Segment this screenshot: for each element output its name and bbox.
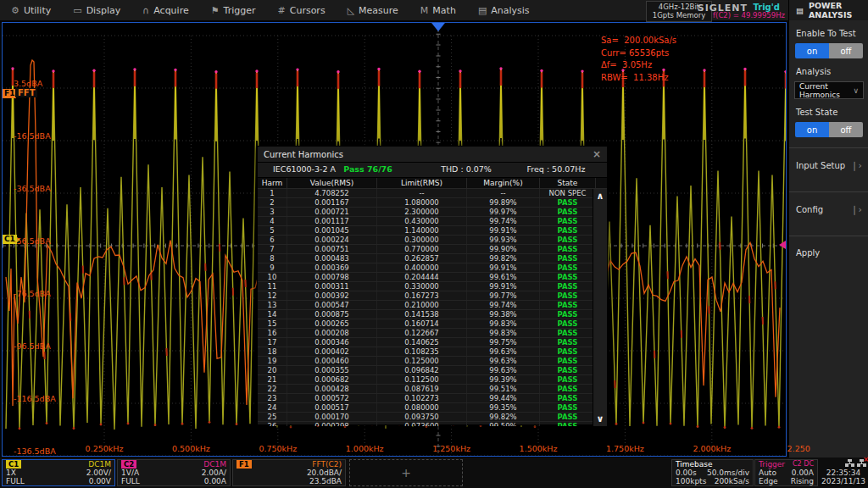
plus-icon: + [401,466,411,480]
harmonic-row: 50.0010451.14000099.91%PASS [258,226,607,236]
menu-item-measure[interactable]: ◺Measure [337,0,409,20]
channel-c1-box[interactable]: C1DC1M 1X2.00V/ FULL0.00V [2,459,115,486]
c1-coupling: DC1M [88,460,111,469]
chevron-down-icon: ∨ [853,86,859,95]
enable-on-button[interactable]: on [795,43,829,58]
dialog-title-bar[interactable]: Current Harmonics × [258,147,607,163]
f1-position-marker[interactable]: F1 [3,89,16,98]
scroll-down-icon[interactable]: ∨ [593,413,607,424]
cursors-icon: # [278,5,286,16]
x-axis-tick-label: 1.250kHz [432,444,470,453]
c1-scale: 2.00V/ [86,469,111,477]
timebase-delay: 0.00s [676,469,697,477]
divider [789,236,868,236]
analysis-label: Analysis [796,67,868,76]
close-icon[interactable]: × [593,148,601,160]
trigger-level-marker[interactable] [779,241,786,249]
panel-title: POWER ANALYSIS [809,1,868,19]
current-harmonics-dialog: Current Harmonics × IEC61000-3-2 A Pass … [257,146,608,425]
harmonic-row: 230.0005720.10227399.44%PASS [258,394,607,403]
menu-item-acquire[interactable]: ∩Acquire [131,0,200,20]
harmonic-row: 120.0003920.16727399.77%PASS [258,291,607,301]
trigger-level: 0.00A [792,469,814,477]
harmonic-row: 240.0005170.08000099.35%PASS [258,403,607,413]
y-axis-tick-label: -96.5dBA [14,341,51,351]
input-setup-item[interactable]: Input Setup ❘› [796,160,862,171]
pass-summary: Pass 76/76 [326,164,410,174]
menu-item-label: Measure [359,5,398,16]
trigger-position-marker[interactable] [431,23,445,31]
config-label: Config [796,205,823,214]
timebase-title: Timebase [676,460,712,469]
c2-coupling: DC1M [203,460,226,469]
test-state-toggle[interactable]: on off [795,122,863,137]
scroll-up-icon[interactable]: ∧ [593,191,607,202]
analysis-dropdown[interactable]: Current Harmonics ∨ [794,81,864,99]
test-state-label: Test State [796,108,868,117]
config-item[interactable]: Config ❘› [796,204,862,215]
panel-header: ▤ POWER ANALYSIS [789,0,868,20]
apply-label: Apply [796,248,820,258]
c1-bandwidth: FULL [6,477,25,485]
harmonic-row: 70.0007510.77000099.90%PASS [258,245,607,254]
harmonic-row: 14.708252----NON SPEC [258,189,607,198]
sample-rate: 200kSa/s [715,477,749,485]
menu-item-label: Math [432,5,456,16]
menu-item-trigger[interactable]: ⚑Trigger [200,0,267,20]
test-state-on-button[interactable]: on [795,122,829,137]
f1-offset: 23.5dBA [309,477,342,485]
lan-error-icon: × [857,459,866,467]
harmonic-row: 210.0006820.11250099.39%PASS [258,375,607,385]
c1-badge: C1 [6,460,21,469]
harmonic-row: 160.0002080.12266799.83%PASS [258,329,607,338]
enable-to-test-label: Enable To Test [796,29,868,38]
c1-offset: 0.00V [89,477,111,485]
menu-item-math[interactable]: MMath [409,0,467,20]
timebase-box[interactable]: Timebase 0.00s50.0ms/div 100kpts200kSa/s [671,459,754,486]
timebase-points: 100kpts [676,477,706,485]
clock-box: × 22:35:34 2023/11/13 [819,459,868,485]
display-icon: ▭ [73,5,81,16]
math-f1-box[interactable]: F1FFT(C2) 20.0dBA/ 23.5dBA [232,459,346,486]
menu-item-label: Cursors [290,5,326,16]
trigger-mode: Auto [759,469,776,477]
x-axis-tick-label: 2.250 [787,444,810,453]
menu-item-display[interactable]: ▭Display [62,0,131,20]
harmonic-row: 170.0003460.14062599.75%PASS [258,338,607,347]
y-axis-tick-label: 3.5dBA [14,79,42,88]
table-header-row: Harm Value(RMS) Limit(RMS) Margin(%) Sta… [258,178,607,189]
add-channel-button[interactable]: + [349,459,463,486]
channel-c2-box[interactable]: C2DC1M 1V/A2.00A/ FULL0.00A [117,459,231,486]
f1-badge: F1 [236,460,252,469]
acquisition-info: Sa= 200.00kSa/s Curr= 65536pts Δf= 3.05H… [601,35,676,84]
harmonic-row: 190.0004600.12500099.63%PASS [258,357,607,366]
f1-source: FFT(C2) [312,460,342,469]
flag-icon: ⚑ [211,5,220,16]
c1-probe: 1X [6,469,16,477]
menu-item-analysis[interactable]: ▤Analysis [467,0,541,20]
y-axis-tick-label: -76.5dBA [14,289,51,298]
enable-to-test-toggle[interactable]: on off [795,43,863,58]
harmonic-row: 140.0008750.14153899.38%PASS [258,310,607,319]
apply-item[interactable]: Apply [796,248,862,258]
harmonic-row: 80.0004830.26285799.82%PASS [258,254,607,263]
y-axis-tick-label: -116.5dBA [14,394,56,403]
test-state-off-button[interactable]: off [829,122,863,137]
menu-item-utility[interactable]: ⚙Utility [0,0,62,20]
oscilloscope-screen: ⚙Utility▭Display∩Acquire⚑Trigger#Cursors… [0,0,868,488]
harmonic-row: 40.0011170.43000099.74%PASS [258,217,607,226]
harmonic-row: 30.0007212.30000099.97%PASS [258,208,607,217]
enable-off-button[interactable]: off [829,43,863,58]
freq-value: Freq : 50.07Hz [512,164,600,174]
scrollbar[interactable]: ∧ ∨ [593,189,607,426]
trigger-box[interactable]: TriggerC2 DC Auto0.00A EdgeRising [754,459,818,486]
trigger-source: C2 DC [793,460,814,469]
input-setup-label: Input Setup [796,161,845,170]
clock-date: 2023/11/13 [819,477,868,485]
power-analysis-panel: ▤ POWER ANALYSIS Enable To Test on off A… [788,0,868,458]
menu-item-cursors[interactable]: #Cursors [267,0,337,20]
col-margin: Margin(%) [467,178,540,188]
y-axis-tick-label: -56.5dBA [14,236,51,246]
gear-icon: ⚙ [11,5,19,16]
col-limit: Limit(RMS) [377,178,467,188]
